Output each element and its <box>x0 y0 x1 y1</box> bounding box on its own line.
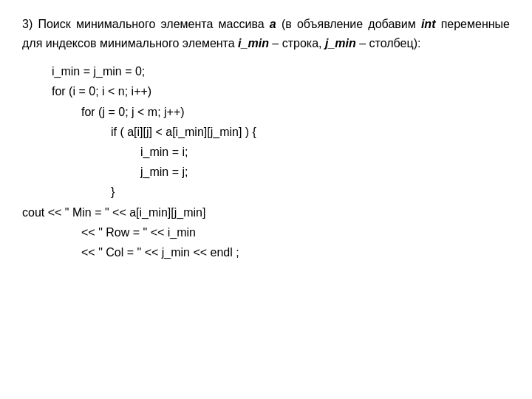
intro-part4: – строка, <box>269 37 325 50</box>
code-line-8: cout << " Min = " << a[i_min][j_min] <box>22 202 510 222</box>
intro-j-min: j_min <box>325 37 356 50</box>
intro-a: a <box>270 18 276 30</box>
intro-part2: (в объявление добавим <box>276 18 421 30</box>
code-line-5: i_min = i; <box>22 142 510 162</box>
code-block: i_min = j_min = 0; for (i = 0; i < n; i+… <box>22 61 510 262</box>
code-line-4: if ( a[i][j] < a[i_min][j_min] ) { <box>22 122 510 142</box>
intro-i-min: i_min <box>238 37 269 50</box>
intro-paragraph: 3) Поиск минимального элемента массива a… <box>22 15 510 52</box>
intro-int: int <box>421 18 436 30</box>
code-line-1: i_min = j_min = 0; <box>22 61 510 81</box>
page-container: 3) Поиск минимального элемента массива a… <box>0 0 532 399</box>
code-line-3: for (j = 0; j < m; j++) <box>22 102 510 122</box>
code-line-7: } <box>22 182 510 202</box>
intro-part1: 3) Поиск минимального элемента массива <box>22 18 270 30</box>
code-line-9: << " Row = " << i_min <box>22 222 510 242</box>
code-line-6: j_min = j; <box>22 162 510 182</box>
code-line-10: << " Col = " << j_min << endl ; <box>22 242 510 262</box>
intro-part5: – столбец): <box>356 37 421 50</box>
code-line-2: for (i = 0; i < n; i++) <box>22 81 510 101</box>
